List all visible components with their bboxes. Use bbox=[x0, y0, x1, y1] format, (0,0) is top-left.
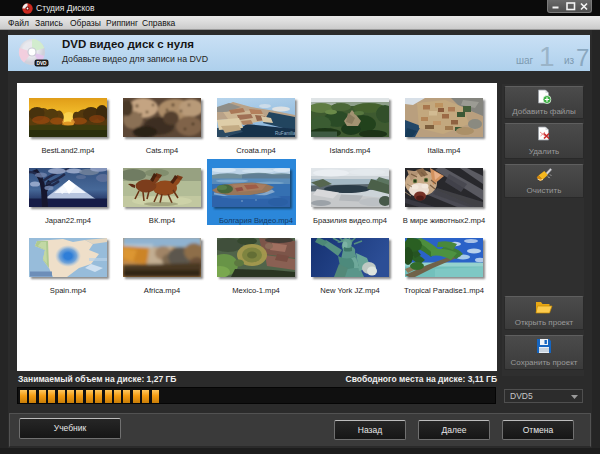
svg-text:RuFamilia: RuFamilia bbox=[275, 131, 295, 136]
